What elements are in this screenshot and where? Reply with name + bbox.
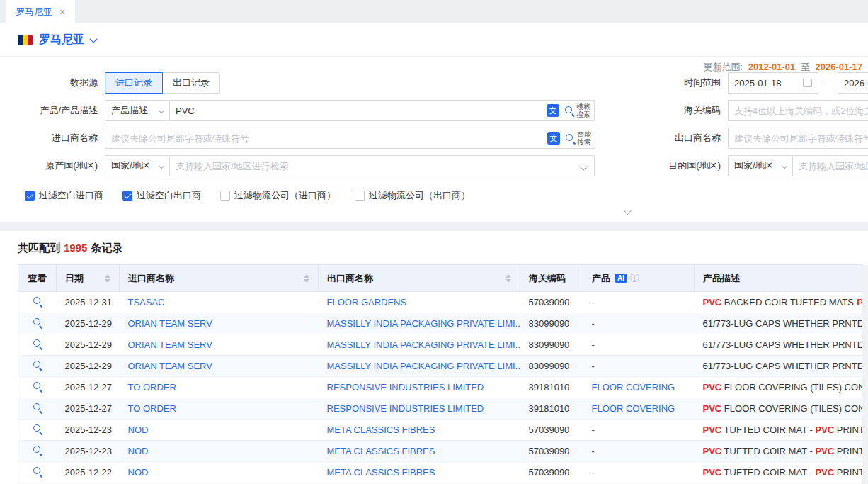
exporter-link[interactable]: FLOOR GARDENS	[327, 297, 407, 308]
results-table: 查看 日期 进口商名称 出口商名称 海关编码 产品 AI	[18, 264, 863, 483]
importer-cell: TO ORDER	[120, 398, 319, 420]
row-date: 2025-12-22	[57, 462, 120, 483]
scrollbar-track[interactable]	[862, 265, 868, 484]
filter-row-origin: 原产国(地区) 国家/地区 目的国(地区) 国家/地区	[6, 152, 868, 179]
close-icon[interactable]: ×	[59, 7, 65, 17]
exporter-cell: FLOOR GARDENS	[319, 292, 520, 313]
destination-input[interactable]	[792, 155, 868, 176]
collapse-chevron-icon[interactable]	[623, 206, 632, 215]
chevron-down-icon[interactable]	[89, 35, 97, 43]
importer-link[interactable]: TO ORDER	[128, 403, 176, 414]
exporter-cell: META CLASSICS FIBRES	[319, 462, 520, 483]
sort-date-button[interactable]	[105, 274, 110, 283]
import-records-button[interactable]: 进口记录	[105, 72, 163, 94]
exporter-input[interactable]	[728, 128, 868, 149]
col-product: 产品 AI ⓘ	[583, 265, 695, 292]
exporter-link[interactable]: RESPONSIVE INDUSTRIES LIMITED	[327, 403, 484, 414]
view-detail-icon[interactable]	[33, 466, 42, 476]
importer-cell: ORIAN TEAM SERV	[120, 356, 319, 377]
fuzzy-search-label: 模糊搜索	[576, 103, 590, 118]
importer-link[interactable]: TSASAC	[128, 297, 165, 308]
checkbox-checked-icon[interactable]	[122, 191, 132, 201]
fuzzy-search-button[interactable]: 模糊搜索	[564, 103, 590, 118]
exporter-link[interactable]: META CLASSICS FIBRES	[327, 467, 435, 478]
translate-icon[interactable]: 文	[547, 104, 559, 117]
view-detail-icon[interactable]	[33, 296, 42, 306]
exporter-link[interactable]: MASSILLY INDIA PACKAGING PRIVATE LIMI...	[327, 361, 520, 371]
view-detail-icon[interactable]	[33, 339, 42, 349]
product-input[interactable]	[169, 100, 595, 121]
importer-link[interactable]: ORIAN TEAM SERV	[128, 318, 212, 329]
export-records-button[interactable]: 出口记录	[163, 72, 220, 94]
view-detail-icon[interactable]	[33, 360, 42, 370]
exporter-link[interactable]: MASSILLY INDIA PACKAGING PRIVATE LIMI...	[327, 318, 520, 329]
product-cell: -	[583, 292, 695, 313]
product-description: PVC FLOOR COVERING (TILES) CONT...	[695, 377, 863, 398]
importer-link[interactable]: ORIAN TEAM SERV	[128, 339, 212, 350]
smart-search-button[interactable]: 智能搜索	[565, 130, 591, 146]
results-summary: 共匹配到1995条记录	[18, 242, 868, 255]
origin-input[interactable]	[169, 155, 595, 176]
hs-code-cell: 83099090	[520, 356, 583, 377]
product-type-select[interactable]: 产品描述	[105, 100, 170, 121]
sort-importer-button[interactable]	[304, 274, 309, 283]
origin-type-select[interactable]: 国家/地区	[105, 155, 170, 176]
exporter-cell: MASSILLY INDIA PACKAGING PRIVATE LIMI...	[319, 356, 520, 377]
table-row: 2025-12-23NODMETA CLASSICS FIBRES5703909…	[18, 420, 863, 441]
view-cell	[18, 398, 57, 420]
hs-code-input[interactable]	[728, 100, 868, 121]
ai-badge: AI	[615, 274, 627, 283]
tab-label: 罗马尼亚	[16, 6, 52, 18]
importer-link[interactable]: TO ORDER	[128, 382, 176, 393]
smart-search-label: 智能搜索	[577, 130, 591, 146]
tab-romania[interactable]: 罗马尼亚 ×	[6, 0, 75, 23]
exporter-link[interactable]: META CLASSICS FIBRES	[327, 424, 435, 435]
filter-checkbox[interactable]: 过滤物流公司（进口商）	[220, 189, 336, 202]
table-row: 2025-12-31TSASACFLOOR GARDENS57039090-PV…	[18, 292, 863, 313]
row-date: 2025-12-31	[57, 292, 120, 313]
product-link[interactable]: FLOOR COVERING	[592, 403, 675, 414]
importer-link[interactable]: ORIAN TEAM SERV	[128, 361, 212, 371]
section-divider	[0, 222, 868, 231]
hs-code-cell: 57039090	[520, 441, 583, 462]
filter-checkbox[interactable]: 过滤物流公司（出口商）	[355, 189, 470, 202]
importer-input[interactable]	[105, 128, 595, 149]
end-date-input[interactable]: 2026-01-17	[838, 72, 868, 94]
destination-label: 目的国(地区)	[653, 159, 721, 172]
data-source-toggle: 进口记录 出口记录	[105, 72, 220, 94]
hs-code-cell: 39181010	[520, 377, 583, 398]
table-row: 2025-12-23NODMETA CLASSICS FIBRES5703909…	[18, 441, 863, 462]
filter-panel: 更新范围: 2012-01-01 至 2026-01-17 数据源 进口记录 出…	[0, 57, 868, 222]
destination-type-select[interactable]: 国家/地区	[728, 155, 793, 176]
checkbox-unchecked-icon[interactable]	[355, 191, 365, 201]
importer-link[interactable]: NOD	[128, 446, 149, 456]
exporter-link[interactable]: RESPONSIVE INDUSTRIES LIMITED	[327, 382, 484, 393]
importer-link[interactable]: NOD	[128, 467, 149, 478]
info-icon[interactable]: ⓘ	[630, 272, 639, 285]
filter-checkbox[interactable]: 过滤空白出口商	[122, 189, 201, 202]
origin-label: 原产国(地区)	[6, 159, 98, 172]
exporter-link[interactable]: MASSILLY INDIA PACKAGING PRIVATE LIMI...	[327, 339, 520, 350]
start-date-input[interactable]: 2025-01-18	[728, 72, 818, 94]
importer-cell: NOD	[120, 441, 319, 462]
filter-checkbox[interactable]: 过滤空白进口商	[25, 189, 103, 202]
product-description: PVC TUFTED COIR MAT - PVC PRINT...	[695, 441, 863, 462]
view-detail-icon[interactable]	[33, 445, 42, 455]
sort-exporter-button[interactable]	[506, 274, 511, 283]
checkbox-checked-icon[interactable]	[25, 191, 35, 201]
importer-cell: ORIAN TEAM SERV	[120, 313, 319, 334]
importer-link[interactable]: NOD	[128, 424, 149, 435]
col-view: 查看	[18, 265, 57, 292]
product-link[interactable]: FLOOR COVERING	[592, 382, 675, 393]
hs-code-label: 海关编码	[653, 104, 721, 117]
view-detail-icon[interactable]	[33, 403, 42, 412]
view-detail-icon[interactable]	[33, 424, 42, 434]
exporter-cell: META CLASSICS FIBRES	[319, 420, 520, 441]
view-detail-icon[interactable]	[33, 381, 42, 391]
checkbox-label: 过滤物流公司（出口商）	[369, 189, 470, 202]
view-detail-icon[interactable]	[33, 317, 42, 327]
checkbox-label: 过滤空白出口商	[137, 189, 201, 202]
translate-icon[interactable]: 文	[547, 132, 560, 145]
exporter-link[interactable]: META CLASSICS FIBRES	[327, 446, 435, 456]
checkbox-unchecked-icon[interactable]	[220, 191, 230, 201]
